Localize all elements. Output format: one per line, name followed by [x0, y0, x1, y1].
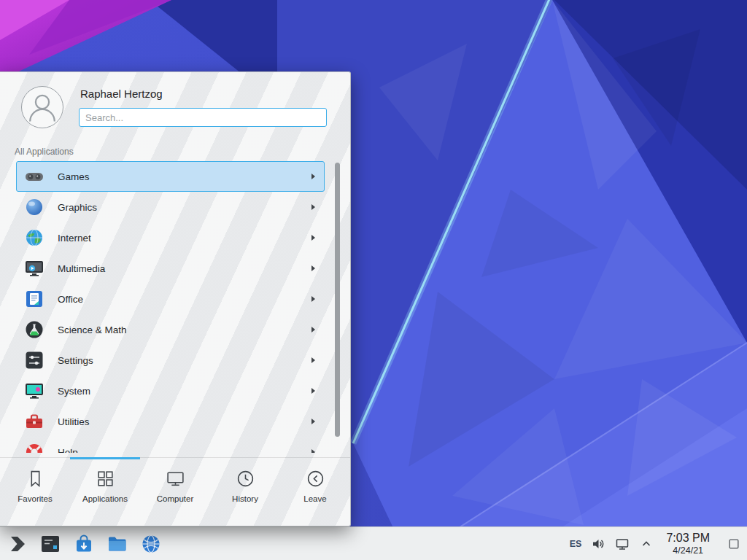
- list-scrollbar[interactable]: [335, 163, 340, 437]
- submenu-arrow-icon: [311, 449, 315, 453]
- tab-history[interactable]: History: [210, 458, 280, 526]
- user-icon: [22, 87, 63, 128]
- category-label: Office: [58, 294, 311, 305]
- active-tab-indicator: [70, 457, 140, 459]
- graphics-icon: [24, 197, 44, 217]
- submenu-arrow-icon: [311, 204, 315, 210]
- user-name: Raphael Hertzog: [80, 88, 163, 100]
- category-internet[interactable]: Internet: [16, 222, 325, 253]
- games-icon: [24, 166, 44, 187]
- launcher-tabbar: Favorites Applications Computer History: [0, 457, 350, 526]
- file-manager-icon[interactable]: [107, 533, 128, 555]
- utilities-icon: [24, 411, 44, 432]
- clock-time: 7:03 PM: [666, 532, 710, 545]
- internet-icon: [24, 228, 44, 248]
- discover-icon[interactable]: [73, 533, 95, 555]
- help-icon: [24, 442, 44, 453]
- category-multimedia[interactable]: Multimedia: [16, 253, 325, 284]
- science-icon: [24, 319, 44, 340]
- tab-label: History: [232, 494, 258, 503]
- submenu-arrow-icon: [311, 327, 315, 332]
- submenu-arrow-icon: [311, 265, 315, 271]
- category-label: Internet: [58, 233, 311, 244]
- submenu-arrow-icon: [311, 174, 315, 179]
- browser-icon[interactable]: [140, 533, 162, 555]
- digital-clock[interactable]: 7:03 PM 4/24/21: [666, 532, 710, 556]
- submenu-arrow-icon: [311, 419, 315, 424]
- show-desktop-button[interactable]: [727, 532, 741, 556]
- category-label: Settings: [58, 355, 311, 366]
- taskbar-panel: ES 7:03 PM 4/24/21: [0, 526, 747, 560]
- category-utilities[interactable]: Utilities: [16, 406, 325, 437]
- section-label: All Applications: [15, 147, 74, 157]
- history-icon: [236, 469, 255, 489]
- application-launcher-menu: Raphael Hertzog All Applications Games G…: [0, 71, 351, 526]
- keyboard-layout-indicator[interactable]: ES: [570, 539, 582, 549]
- category-label: Science & Math: [58, 324, 311, 335]
- category-label: System: [58, 386, 311, 397]
- tab-label: Leave: [303, 494, 326, 503]
- system-tray: ES 7:03 PM 4/24/21: [570, 527, 747, 560]
- expand-tray-icon[interactable]: [639, 537, 654, 551]
- category-graphics[interactable]: Graphics: [16, 192, 325, 222]
- search-input[interactable]: [79, 108, 327, 127]
- network-icon[interactable]: [615, 537, 630, 551]
- tab-applications[interactable]: Applications: [70, 458, 140, 526]
- category-label: Help: [58, 447, 311, 454]
- submenu-arrow-icon: [311, 296, 315, 302]
- tab-label: Computer: [157, 494, 194, 503]
- tab-label: Favorites: [18, 494, 52, 503]
- category-science-math[interactable]: Science & Math: [16, 314, 325, 345]
- category-system[interactable]: System: [16, 376, 325, 406]
- terminal-icon[interactable]: [39, 533, 61, 555]
- taskbar-left: [6, 527, 162, 560]
- multimedia-icon: [24, 258, 44, 279]
- category-label: Graphics: [58, 202, 311, 213]
- category-label: Games: [58, 171, 311, 182]
- category-settings[interactable]: Settings: [16, 345, 325, 376]
- category-label: Multimedia: [58, 263, 311, 274]
- clock-date: 4/24/21: [673, 545, 703, 556]
- computer-icon: [166, 469, 185, 489]
- tab-computer[interactable]: Computer: [140, 458, 210, 526]
- show-desktop-icon: [727, 537, 740, 551]
- category-label: Utilities: [58, 416, 311, 427]
- submenu-arrow-icon: [311, 235, 315, 241]
- favorites-icon: [26, 469, 45, 489]
- system-icon: [24, 381, 44, 401]
- settings-icon: [24, 350, 44, 370]
- category-help[interactable]: Help: [16, 437, 325, 453]
- office-icon: [24, 289, 44, 309]
- submenu-arrow-icon: [311, 357, 315, 363]
- category-list: Games Graphics Internet Multimedia: [16, 161, 325, 453]
- user-avatar[interactable]: [21, 86, 63, 128]
- tab-label: Applications: [82, 494, 128, 503]
- tab-favorites[interactable]: Favorites: [0, 458, 70, 526]
- applications-icon: [96, 469, 115, 489]
- tab-leave[interactable]: Leave: [280, 458, 350, 526]
- category-office[interactable]: Office: [16, 284, 325, 314]
- leave-icon: [306, 469, 325, 489]
- kde-launcher-icon[interactable]: [6, 533, 28, 555]
- category-games[interactable]: Games: [16, 161, 325, 192]
- submenu-arrow-icon: [311, 388, 315, 394]
- volume-icon[interactable]: [591, 537, 605, 551]
